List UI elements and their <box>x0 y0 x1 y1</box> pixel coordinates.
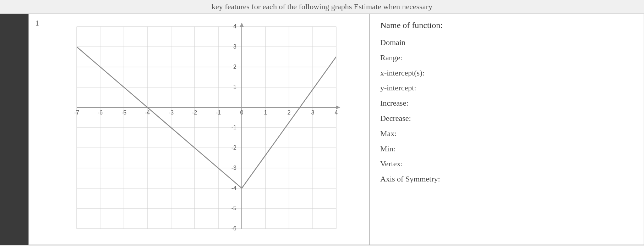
label-min: Min: <box>380 144 395 153</box>
label-range: Range: <box>380 53 402 62</box>
graph-wrapper: -7 -6 -5 -4 -3 -2 -1 0 1 2 3 4 4 <box>36 18 366 241</box>
svg-text:-7: -7 <box>74 110 79 116</box>
grid-lines <box>77 27 336 229</box>
svg-text:4: 4 <box>334 110 338 116</box>
label-max: Max: <box>380 129 397 138</box>
top-bar: key features for each of the following g… <box>0 0 644 14</box>
svg-text:1: 1 <box>233 84 236 90</box>
svg-text:-4: -4 <box>144 110 149 116</box>
problem-section: 1 <box>28 14 644 245</box>
graph-area: 1 <box>29 14 370 245</box>
svg-text:-4: -4 <box>231 185 236 191</box>
svg-text:-6: -6 <box>97 110 102 116</box>
field-range: Range: <box>380 52 633 63</box>
label-decrease: Decrease: <box>380 114 411 123</box>
svg-line-50 <box>77 47 242 188</box>
graph-lines <box>77 47 336 188</box>
svg-text:3: 3 <box>233 44 236 50</box>
svg-text:-1: -1 <box>215 110 220 116</box>
svg-text:-5: -5 <box>231 205 236 211</box>
main-container: 1 <box>0 14 644 245</box>
label-x-intercept: x-intercept(s): <box>380 68 425 77</box>
svg-text:-5: -5 <box>121 110 126 116</box>
field-y-intercept: y-intercept: <box>380 83 633 94</box>
problem-number: 1 <box>35 18 39 28</box>
svg-text:-2: -2 <box>231 145 236 151</box>
field-decrease: Decrease: <box>380 113 633 124</box>
top-bar-text: key features for each of the following g… <box>212 2 432 11</box>
field-domain: Domain <box>380 37 633 48</box>
svg-text:4: 4 <box>233 23 236 29</box>
svg-text:3: 3 <box>311 110 314 116</box>
svg-marker-27 <box>240 23 243 27</box>
field-axis-symmetry: Axis of Symmetry: <box>380 174 633 185</box>
svg-text:1: 1 <box>264 110 267 116</box>
svg-text:0: 0 <box>240 110 243 116</box>
svg-marker-26 <box>336 106 339 109</box>
svg-text:2: 2 <box>287 110 290 116</box>
field-min: Min: <box>380 144 633 155</box>
info-title: Name of function: <box>380 21 633 30</box>
svg-text:-6: -6 <box>231 225 236 231</box>
field-increase: Increase: <box>380 98 633 109</box>
label-domain: Domain <box>380 38 405 47</box>
axes <box>77 23 339 229</box>
label-y-intercept: y-intercept: <box>380 83 416 92</box>
field-vertex: Vertex: <box>380 158 633 169</box>
field-x-intercept: x-intercept(s): <box>380 68 633 79</box>
svg-text:-1: -1 <box>231 124 236 130</box>
label-increase: Increase: <box>380 99 408 107</box>
svg-text:-3: -3 <box>231 165 236 171</box>
graph-svg: -7 -6 -5 -4 -3 -2 -1 0 1 2 3 4 4 <box>55 23 346 239</box>
svg-text:-3: -3 <box>168 110 173 116</box>
left-sidebar <box>0 14 28 245</box>
svg-text:2: 2 <box>233 64 236 70</box>
label-vertex: Vertex: <box>380 159 403 168</box>
field-max: Max: <box>380 128 633 139</box>
info-area: Name of function: Domain Range: x-interc… <box>370 14 644 245</box>
label-axis-symmetry: Axis of Symmetry: <box>380 174 440 183</box>
svg-text:-2: -2 <box>192 110 197 116</box>
